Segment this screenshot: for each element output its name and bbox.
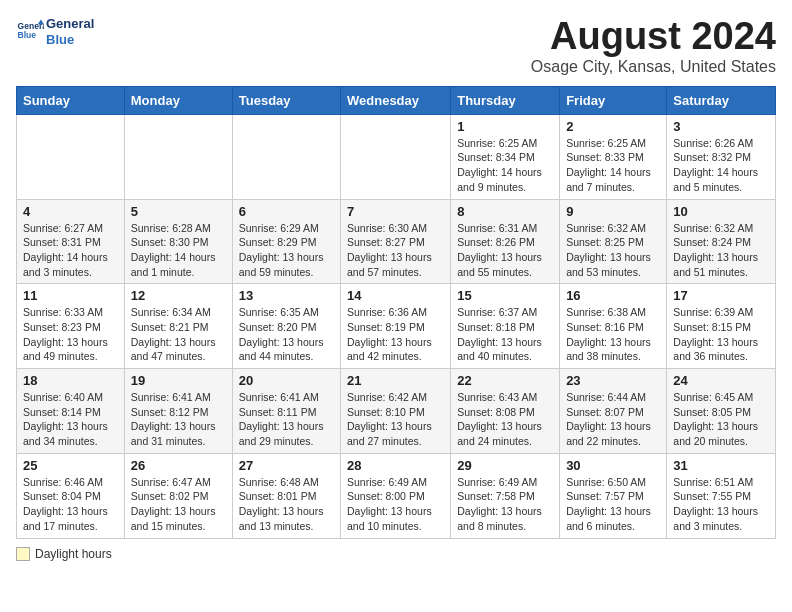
day-info: Sunrise: 6:42 AM Sunset: 8:10 PM Dayligh… xyxy=(347,390,444,449)
day-info: Sunrise: 6:25 AM Sunset: 8:34 PM Dayligh… xyxy=(457,136,553,195)
main-title: August 2024 xyxy=(531,16,776,58)
calendar-cell: 29Sunrise: 6:49 AM Sunset: 7:58 PM Dayli… xyxy=(451,453,560,538)
day-info: Sunrise: 6:47 AM Sunset: 8:02 PM Dayligh… xyxy=(131,475,226,534)
subtitle: Osage City, Kansas, United States xyxy=(531,58,776,76)
calendar-cell: 22Sunrise: 6:43 AM Sunset: 8:08 PM Dayli… xyxy=(451,369,560,454)
column-header-friday: Friday xyxy=(560,86,667,114)
calendar-cell xyxy=(124,114,232,199)
calendar-week-row: 4Sunrise: 6:27 AM Sunset: 8:31 PM Daylig… xyxy=(17,199,776,284)
day-number: 11 xyxy=(23,288,118,303)
column-header-thursday: Thursday xyxy=(451,86,560,114)
calendar-week-row: 18Sunrise: 6:40 AM Sunset: 8:14 PM Dayli… xyxy=(17,369,776,454)
day-info: Sunrise: 6:43 AM Sunset: 8:08 PM Dayligh… xyxy=(457,390,553,449)
day-info: Sunrise: 6:29 AM Sunset: 8:29 PM Dayligh… xyxy=(239,221,334,280)
calendar-cell: 26Sunrise: 6:47 AM Sunset: 8:02 PM Dayli… xyxy=(124,453,232,538)
legend-color-box xyxy=(16,547,30,561)
calendar-cell: 20Sunrise: 6:41 AM Sunset: 8:11 PM Dayli… xyxy=(232,369,340,454)
calendar-cell: 24Sunrise: 6:45 AM Sunset: 8:05 PM Dayli… xyxy=(667,369,776,454)
day-number: 26 xyxy=(131,458,226,473)
day-number: 31 xyxy=(673,458,769,473)
logo-text: General xyxy=(46,16,94,32)
day-number: 12 xyxy=(131,288,226,303)
calendar-table: SundayMondayTuesdayWednesdayThursdayFrid… xyxy=(16,86,776,539)
calendar-cell xyxy=(232,114,340,199)
day-info: Sunrise: 6:26 AM Sunset: 8:32 PM Dayligh… xyxy=(673,136,769,195)
day-info: Sunrise: 6:37 AM Sunset: 8:18 PM Dayligh… xyxy=(457,305,553,364)
legend: Daylight hours xyxy=(16,547,776,561)
day-info: Sunrise: 6:36 AM Sunset: 8:19 PM Dayligh… xyxy=(347,305,444,364)
calendar-cell: 19Sunrise: 6:41 AM Sunset: 8:12 PM Dayli… xyxy=(124,369,232,454)
day-info: Sunrise: 6:44 AM Sunset: 8:07 PM Dayligh… xyxy=(566,390,660,449)
day-number: 10 xyxy=(673,204,769,219)
day-number: 18 xyxy=(23,373,118,388)
day-number: 27 xyxy=(239,458,334,473)
legend-item-daylight: Daylight hours xyxy=(16,547,112,561)
day-number: 16 xyxy=(566,288,660,303)
day-number: 7 xyxy=(347,204,444,219)
calendar-cell: 30Sunrise: 6:50 AM Sunset: 7:57 PM Dayli… xyxy=(560,453,667,538)
column-header-monday: Monday xyxy=(124,86,232,114)
day-info: Sunrise: 6:45 AM Sunset: 8:05 PM Dayligh… xyxy=(673,390,769,449)
column-header-wednesday: Wednesday xyxy=(341,86,451,114)
calendar-cell: 13Sunrise: 6:35 AM Sunset: 8:20 PM Dayli… xyxy=(232,284,340,369)
calendar-cell: 3Sunrise: 6:26 AM Sunset: 8:32 PM Daylig… xyxy=(667,114,776,199)
calendar-cell xyxy=(17,114,125,199)
calendar-cell: 28Sunrise: 6:49 AM Sunset: 8:00 PM Dayli… xyxy=(341,453,451,538)
calendar-cell: 27Sunrise: 6:48 AM Sunset: 8:01 PM Dayli… xyxy=(232,453,340,538)
day-info: Sunrise: 6:38 AM Sunset: 8:16 PM Dayligh… xyxy=(566,305,660,364)
calendar-cell: 10Sunrise: 6:32 AM Sunset: 8:24 PM Dayli… xyxy=(667,199,776,284)
day-number: 21 xyxy=(347,373,444,388)
title-section: August 2024 Osage City, Kansas, United S… xyxy=(531,16,776,76)
calendar-cell: 16Sunrise: 6:38 AM Sunset: 8:16 PM Dayli… xyxy=(560,284,667,369)
calendar-cell: 9Sunrise: 6:32 AM Sunset: 8:25 PM Daylig… xyxy=(560,199,667,284)
day-info: Sunrise: 6:32 AM Sunset: 8:24 PM Dayligh… xyxy=(673,221,769,280)
day-number: 30 xyxy=(566,458,660,473)
day-number: 22 xyxy=(457,373,553,388)
day-info: Sunrise: 6:34 AM Sunset: 8:21 PM Dayligh… xyxy=(131,305,226,364)
calendar-week-row: 1Sunrise: 6:25 AM Sunset: 8:34 PM Daylig… xyxy=(17,114,776,199)
day-info: Sunrise: 6:50 AM Sunset: 7:57 PM Dayligh… xyxy=(566,475,660,534)
day-number: 29 xyxy=(457,458,553,473)
calendar-cell: 1Sunrise: 6:25 AM Sunset: 8:34 PM Daylig… xyxy=(451,114,560,199)
calendar-cell: 12Sunrise: 6:34 AM Sunset: 8:21 PM Dayli… xyxy=(124,284,232,369)
day-number: 3 xyxy=(673,119,769,134)
day-number: 17 xyxy=(673,288,769,303)
day-info: Sunrise: 6:28 AM Sunset: 8:30 PM Dayligh… xyxy=(131,221,226,280)
column-header-sunday: Sunday xyxy=(17,86,125,114)
header: General Blue General Blue August 2024 Os… xyxy=(16,16,776,76)
day-number: 1 xyxy=(457,119,553,134)
logo: General Blue General Blue xyxy=(16,16,94,47)
day-info: Sunrise: 6:49 AM Sunset: 8:00 PM Dayligh… xyxy=(347,475,444,534)
day-number: 19 xyxy=(131,373,226,388)
day-info: Sunrise: 6:35 AM Sunset: 8:20 PM Dayligh… xyxy=(239,305,334,364)
day-info: Sunrise: 6:30 AM Sunset: 8:27 PM Dayligh… xyxy=(347,221,444,280)
day-number: 14 xyxy=(347,288,444,303)
day-number: 25 xyxy=(23,458,118,473)
calendar-cell: 11Sunrise: 6:33 AM Sunset: 8:23 PM Dayli… xyxy=(17,284,125,369)
day-number: 5 xyxy=(131,204,226,219)
day-number: 23 xyxy=(566,373,660,388)
calendar-cell: 8Sunrise: 6:31 AM Sunset: 8:26 PM Daylig… xyxy=(451,199,560,284)
calendar-week-row: 11Sunrise: 6:33 AM Sunset: 8:23 PM Dayli… xyxy=(17,284,776,369)
calendar-cell: 15Sunrise: 6:37 AM Sunset: 8:18 PM Dayli… xyxy=(451,284,560,369)
day-info: Sunrise: 6:51 AM Sunset: 7:55 PM Dayligh… xyxy=(673,475,769,534)
calendar-cell: 5Sunrise: 6:28 AM Sunset: 8:30 PM Daylig… xyxy=(124,199,232,284)
day-info: Sunrise: 6:40 AM Sunset: 8:14 PM Dayligh… xyxy=(23,390,118,449)
day-info: Sunrise: 6:48 AM Sunset: 8:01 PM Dayligh… xyxy=(239,475,334,534)
day-number: 20 xyxy=(239,373,334,388)
day-info: Sunrise: 6:39 AM Sunset: 8:15 PM Dayligh… xyxy=(673,305,769,364)
day-number: 24 xyxy=(673,373,769,388)
day-info: Sunrise: 6:32 AM Sunset: 8:25 PM Dayligh… xyxy=(566,221,660,280)
day-info: Sunrise: 6:33 AM Sunset: 8:23 PM Dayligh… xyxy=(23,305,118,364)
day-number: 15 xyxy=(457,288,553,303)
day-info: Sunrise: 6:31 AM Sunset: 8:26 PM Dayligh… xyxy=(457,221,553,280)
calendar-week-row: 25Sunrise: 6:46 AM Sunset: 8:04 PM Dayli… xyxy=(17,453,776,538)
day-info: Sunrise: 6:46 AM Sunset: 8:04 PM Dayligh… xyxy=(23,475,118,534)
calendar-cell: 4Sunrise: 6:27 AM Sunset: 8:31 PM Daylig… xyxy=(17,199,125,284)
logo-text-blue: Blue xyxy=(46,32,94,48)
day-number: 4 xyxy=(23,204,118,219)
logo-icon: General Blue xyxy=(16,18,44,46)
column-header-saturday: Saturday xyxy=(667,86,776,114)
day-info: Sunrise: 6:27 AM Sunset: 8:31 PM Dayligh… xyxy=(23,221,118,280)
calendar-cell: 31Sunrise: 6:51 AM Sunset: 7:55 PM Dayli… xyxy=(667,453,776,538)
